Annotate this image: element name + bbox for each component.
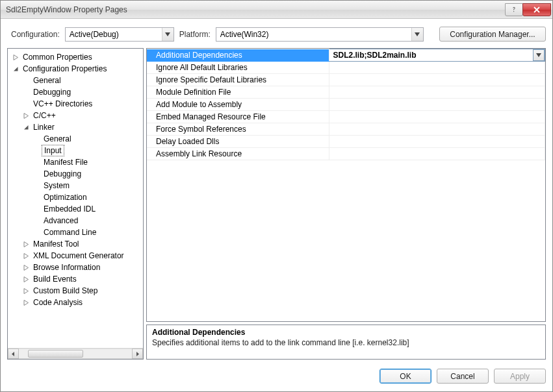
property-row[interactable]: Additional DependenciesSDL2.lib;SDL2main… <box>147 49 545 62</box>
tree-item[interactable]: XML Document Generator <box>8 250 143 262</box>
tree-item[interactable]: Optimization <box>8 191 143 203</box>
property-name: Ignore All Default Libraries <box>147 62 329 74</box>
tree-item-label: Configuration Properties <box>21 64 109 74</box>
help-button[interactable] <box>505 3 523 16</box>
tree-indent <box>32 158 40 166</box>
horizontal-scrollbar[interactable] <box>8 348 143 359</box>
property-row[interactable]: Ignore Specific Default Libraries <box>147 74 545 86</box>
tree-item[interactable]: VC++ Directories <box>8 98 143 110</box>
tree-item-label: Input <box>42 145 64 156</box>
scroll-left-button[interactable] <box>8 349 19 359</box>
tree-item[interactable]: Configuration Properties <box>8 63 143 75</box>
property-value[interactable] <box>329 136 545 148</box>
tree-item[interactable]: Custom Build Step <box>8 285 143 297</box>
scrollbar-track[interactable] <box>19 349 132 359</box>
property-grid[interactable]: Additional DependenciesSDL2.lib;SDL2main… <box>147 49 545 160</box>
expander-icon[interactable] <box>22 275 30 283</box>
property-value[interactable] <box>329 62 545 74</box>
property-row[interactable]: Force Symbol References <box>147 123 545 136</box>
dropdown-button[interactable] <box>533 49 545 61</box>
expander-icon[interactable] <box>22 263 30 271</box>
tree-item[interactable]: Browse Information <box>8 262 143 273</box>
tree-item-label: Advanced <box>42 215 80 226</box>
property-value[interactable] <box>329 99 545 111</box>
configuration-value: Active(Debug) <box>70 30 119 39</box>
tree-item[interactable]: Debugging <box>8 168 143 180</box>
tree-indent <box>32 217 40 225</box>
cancel-button[interactable]: Cancel <box>437 369 489 384</box>
tree-item[interactable]: Build Events <box>8 273 143 285</box>
tree-item-label: Linker <box>31 122 57 132</box>
tree-indent <box>22 100 30 108</box>
tree-indent <box>32 170 40 178</box>
property-row[interactable]: Embed Managed Resource File <box>147 111 545 123</box>
configuration-combo[interactable]: Active(Debug) <box>65 27 174 42</box>
close-button[interactable] <box>522 3 551 16</box>
property-value[interactable] <box>329 74 545 86</box>
property-name: Ignore Specific Default Libraries <box>147 74 329 86</box>
property-name: Delay Loaded Dlls <box>147 136 329 148</box>
tree-item[interactable]: System <box>8 180 143 191</box>
expander-icon[interactable] <box>22 252 30 260</box>
tree-item-label: XML Document Generator <box>31 251 126 261</box>
tree-item-label: Custom Build Step <box>31 286 99 296</box>
tree-item[interactable]: Advanced <box>8 215 143 227</box>
configuration-manager-button[interactable]: Configuration Manager... <box>439 27 546 42</box>
property-value[interactable] <box>329 123 545 136</box>
property-value[interactable] <box>329 111 545 123</box>
property-value[interactable]: SDL2.lib;SDL2main.lib <box>329 49 545 62</box>
tree-item-label: Optimization <box>42 192 89 202</box>
scroll-right-button[interactable] <box>132 349 143 359</box>
tree-item-label: Browse Information <box>31 262 102 273</box>
tree-item[interactable]: Common Properties <box>8 51 143 63</box>
tree-indent <box>22 88 30 96</box>
tree-indent <box>32 205 40 213</box>
tree-item-label: VC++ Directories <box>31 99 94 109</box>
right-panel: Additional DependenciesSDL2.lib;SDL2main… <box>146 48 546 360</box>
tree-item[interactable]: General <box>8 133 143 145</box>
property-value[interactable] <box>329 86 545 99</box>
tree-item[interactable]: Manifest Tool <box>8 238 143 250</box>
property-row[interactable]: Ignore All Default Libraries <box>147 62 545 74</box>
tree-panel: Common PropertiesConfiguration Propertie… <box>7 48 144 360</box>
property-row[interactable]: Module Definition File <box>147 86 545 99</box>
tree-item[interactable]: C/C++ <box>8 110 143 121</box>
tree-item-label: Common Properties <box>21 52 94 62</box>
ok-button[interactable]: OK <box>379 369 431 384</box>
tree-item-label: Code Analysis <box>31 297 84 308</box>
property-name: Force Symbol References <box>147 123 329 136</box>
description-text: Specifies additional items to add to the… <box>152 338 540 347</box>
expander-icon[interactable] <box>22 240 30 248</box>
main-area: Common PropertiesConfiguration Propertie… <box>1 48 552 363</box>
tree-item[interactable]: Code Analysis <box>8 297 143 308</box>
tree-item[interactable]: Input <box>8 145 143 156</box>
property-name: Module Definition File <box>147 86 329 99</box>
expander-icon[interactable] <box>12 53 19 61</box>
scrollbar-thumb[interactable] <box>28 350 83 358</box>
tree-item[interactable]: General <box>8 75 143 86</box>
property-row[interactable]: Delay Loaded Dlls <box>147 136 545 148</box>
property-name: Embed Managed Resource File <box>147 111 329 123</box>
tree-item[interactable]: Embedded IDL <box>8 203 143 215</box>
property-row[interactable]: Add Module to Assembly <box>147 99 545 111</box>
tree-item[interactable]: Command Line <box>8 227 143 238</box>
expander-icon[interactable] <box>22 287 30 295</box>
tree-item[interactable]: Linker <box>8 121 143 133</box>
platform-combo[interactable]: Active(Win32) <box>216 27 424 42</box>
expander-icon[interactable] <box>22 123 30 131</box>
tree-item[interactable]: Debugging <box>8 86 143 98</box>
property-row[interactable]: Assembly Link Resource <box>147 148 545 160</box>
tree-item[interactable]: Manifest File <box>8 156 143 168</box>
tree-item-label: Command Line <box>42 227 98 238</box>
tree-item-label: General <box>31 75 63 86</box>
tree-indent <box>32 135 40 143</box>
expander-icon[interactable] <box>22 112 30 119</box>
tree-item-label: System <box>42 180 71 191</box>
property-tree[interactable]: Common PropertiesConfiguration Propertie… <box>8 49 143 348</box>
tree-indent <box>32 147 40 154</box>
tree-indent <box>32 193 40 201</box>
apply-button[interactable]: Apply <box>494 369 546 384</box>
expander-icon[interactable] <box>22 299 30 306</box>
property-value[interactable] <box>329 148 545 160</box>
expander-icon[interactable] <box>12 65 19 73</box>
